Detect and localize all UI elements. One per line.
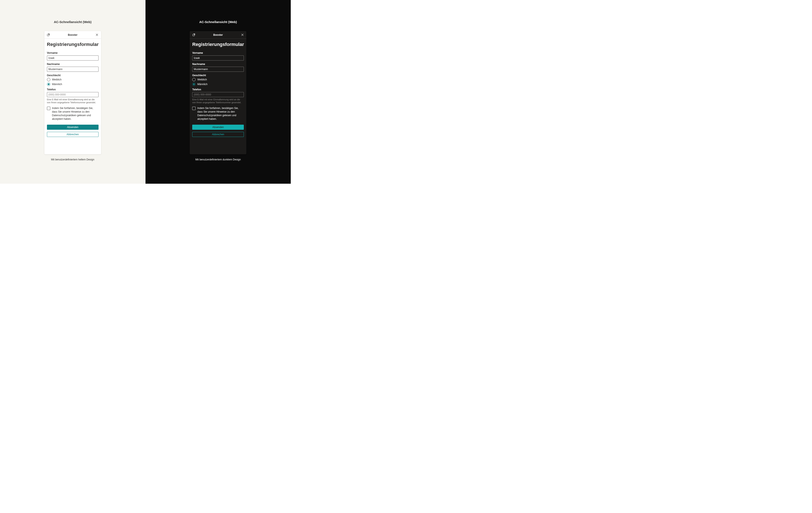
phone-label: Telefon [47, 88, 98, 91]
dark-panel: AC-Schnellansicht (Web) Booster Registri… [145, 0, 291, 184]
consent-checkbox[interactable] [192, 107, 196, 110]
consent-label: Indem Sie fortfahren, bestätigen Sie, da… [52, 106, 98, 120]
pane-title-dark: AC-Schnellansicht (Web) [199, 20, 237, 24]
first-name-input[interactable] [47, 55, 98, 60]
gender-label: Geschlecht [47, 74, 98, 77]
gender-option-female[interactable]: Weiblich [192, 78, 244, 81]
phone-input[interactable] [192, 92, 244, 97]
gender-female-label: Weiblich [197, 78, 207, 81]
cancel-button[interactable]: Abbrechen [47, 132, 98, 137]
last-name-input[interactable] [47, 67, 98, 72]
phone-field: Telefon [47, 88, 98, 97]
first-name-field: Vorname [192, 51, 244, 60]
radio-icon-selected [192, 83, 196, 86]
radio-icon-selected [47, 83, 50, 86]
radio-icon [192, 78, 196, 81]
submit-button[interactable]: Absenden [47, 125, 98, 130]
last-name-field: Nachname [192, 63, 244, 72]
gender-male-label: Männlich [197, 83, 207, 86]
gender-option-male[interactable]: Männlich [47, 83, 98, 86]
consent-row: Indem Sie fortfahren, bestätigen Sie, da… [47, 106, 98, 120]
last-name-field: Nachname [47, 63, 98, 72]
gender-group: Geschlecht Weiblich Männlich [192, 74, 244, 86]
last-name-input[interactable] [192, 67, 244, 72]
gender-option-female[interactable]: Weiblich [47, 78, 98, 81]
gender-option-male[interactable]: Männlich [192, 83, 244, 86]
quick-view-card-light: Booster Registrierungsformular Vorname N… [45, 31, 101, 154]
popout-icon[interactable] [192, 33, 196, 37]
first-name-field: Vorname [47, 51, 98, 60]
last-name-label: Nachname [192, 63, 244, 65]
quick-view-card-dark: Booster Registrierungsformular Vorname N… [190, 31, 246, 154]
card-header: Booster [45, 31, 101, 39]
form-heading: Registrierungsformular [192, 42, 244, 47]
cancel-button[interactable]: Abbrechen [192, 132, 244, 137]
card-header-title: Booster [196, 33, 240, 36]
consent-label: Indem Sie fortfahren, bestätigen Sie, da… [197, 106, 244, 120]
pane-title-light: AC-Schnellansicht (Web) [54, 20, 92, 24]
close-icon[interactable] [95, 33, 99, 37]
gender-male-label: Männlich [52, 83, 62, 86]
gender-label: Geschlecht [192, 74, 244, 77]
card-header-title: Booster [50, 33, 95, 36]
consent-row: Indem Sie fortfahren, bestätigen Sie, da… [192, 106, 244, 120]
first-name-label: Vorname [47, 51, 98, 54]
phone-label: Telefon [192, 88, 244, 91]
card-header: Booster [190, 31, 246, 39]
phone-hint: Eine E-Mail mit einer Einmalkennung wird… [47, 98, 98, 104]
first-name-label: Vorname [192, 51, 244, 54]
phone-hint: Eine E-Mail mit einer Einmalkennung wird… [192, 98, 244, 104]
gender-female-label: Weiblich [52, 78, 61, 81]
phone-field: Telefon [192, 88, 244, 97]
light-panel: AC-Schnellansicht (Web) Booster Registri… [0, 0, 145, 184]
first-name-input[interactable] [192, 55, 244, 60]
consent-checkbox[interactable] [47, 107, 50, 110]
card-body: Registrierungsformular Vorname Nachname … [45, 39, 101, 154]
caption-light: Mit benutzerdefiniertem hellem Design [51, 158, 94, 161]
form-heading: Registrierungsformular [47, 42, 98, 47]
last-name-label: Nachname [47, 63, 98, 65]
close-icon[interactable] [240, 33, 244, 37]
popout-icon[interactable] [47, 33, 50, 37]
caption-dark: Mit benutzerdefiniertem dunklem Design [195, 158, 241, 161]
gender-group: Geschlecht Weiblich Männlich [47, 74, 98, 86]
phone-input[interactable] [47, 92, 98, 97]
card-body: Registrierungsformular Vorname Nachname … [190, 39, 246, 154]
submit-button[interactable]: Absenden [192, 125, 244, 130]
radio-icon [47, 78, 50, 81]
